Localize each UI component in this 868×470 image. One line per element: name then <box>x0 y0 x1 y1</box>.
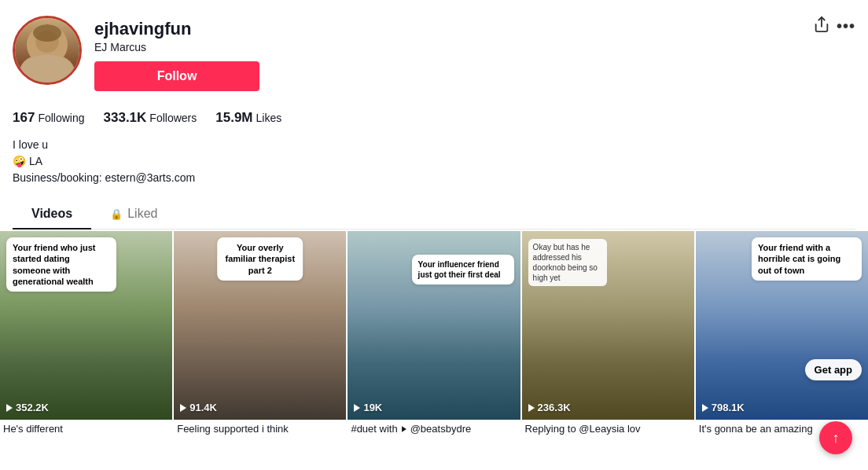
tab-videos[interactable]: Videos <box>13 199 91 229</box>
follow-button[interactable]: Follow <box>94 61 259 91</box>
tabs-section: Videos 🔒 Liked <box>13 199 855 229</box>
view-count: 236.3K <box>528 402 571 413</box>
likes-count: 15.9M <box>215 110 252 126</box>
following-stat: 167 Following <box>13 110 85 126</box>
scroll-to-top-button[interactable]: ↑ <box>819 421 852 454</box>
profile-info: ejhavingfun EJ Marcus Follow <box>94 16 855 91</box>
tab-videos-label: Videos <box>31 207 72 221</box>
likes-stat: 15.9M Likes <box>215 110 281 126</box>
tab-liked[interactable]: 🔒 Liked <box>91 199 176 229</box>
lock-icon: 🔒 <box>110 208 123 220</box>
followers-stat: 333.1K Followers <box>104 110 197 126</box>
display-name: EJ Marcus <box>94 41 855 53</box>
view-count: 91.4K <box>180 402 217 413</box>
video-card[interactable]: Your friend with a horrible cat is going… <box>696 231 868 441</box>
video-caption-bubble: Your overly familiar therapist part 2 <box>217 237 303 281</box>
bio-line1: I love u <box>13 137 855 153</box>
username: ejhavingfun <box>94 19 855 39</box>
view-count: 19K <box>354 402 382 413</box>
video-card[interactable]: Your overly familiar therapist part 2 91… <box>174 231 346 441</box>
bio-section: I love u 🤪 LA Business/booking: estern@3… <box>13 137 855 186</box>
stats-row: 167 Following 333.1K Followers 15.9M Lik… <box>13 110 855 126</box>
view-count: 352.2K <box>6 402 49 413</box>
followers-label: Followers <box>149 112 197 124</box>
video-description: He's different <box>0 420 172 441</box>
video-caption-bubble: Your friend who just started dating some… <box>6 237 116 292</box>
video-card[interactable]: Okay but has he addressed his doorknob b… <box>522 231 694 441</box>
share-icon[interactable] <box>813 16 830 37</box>
video-description: #duet with @beatsbydre <box>348 420 520 441</box>
likes-label: Likes <box>256 112 282 124</box>
video-card[interactable]: Your influencer friend just got their fi… <box>348 231 520 441</box>
view-count: 798.1K <box>702 402 745 413</box>
video-description: Feeling supported i think <box>174 420 346 441</box>
get-app-badge[interactable]: Get app <box>805 359 862 380</box>
following-count: 167 <box>13 110 35 126</box>
videos-grid: Your friend who just started dating some… <box>0 229 868 442</box>
video-caption-bubble: Your influencer friend just got their fi… <box>412 255 514 285</box>
video-description: Replying to @Leaysia lov <box>522 420 694 441</box>
svg-marker-1 <box>402 426 406 432</box>
video-caption-bubble: Your friend with a horrible cat is going… <box>752 237 862 281</box>
bio-contact: Business/booking: estern@3arts.com <box>13 170 855 186</box>
tab-liked-label: Liked <box>127 207 157 221</box>
more-options-icon[interactable]: ••• <box>837 17 855 35</box>
bio-location: 🤪 LA <box>13 153 855 170</box>
following-label: Following <box>38 112 84 124</box>
followers-count: 333.1K <box>104 110 147 126</box>
video-caption-bubble: Okay but has he addressed his doorknob b… <box>528 239 607 286</box>
action-icons: ••• <box>813 16 855 37</box>
scroll-top-icon: ↑ <box>833 430 840 446</box>
video-card[interactable]: Your friend who just started dating some… <box>0 231 172 441</box>
avatar <box>13 16 82 85</box>
